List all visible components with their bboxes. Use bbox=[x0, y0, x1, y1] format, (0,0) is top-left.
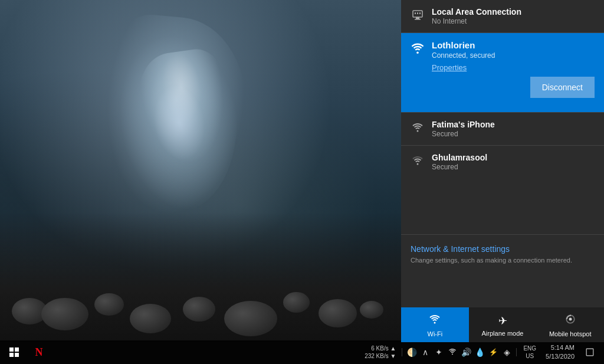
taskbar-right: 6 KB/s ▲ 232 KB/s ▼ 🌗 ∧ ✦ 🔊 bbox=[362, 340, 604, 364]
start-button[interactable] bbox=[2, 340, 26, 364]
wifi-quick-label: Wi-Fi bbox=[406, 330, 464, 337]
date-display: 5/13/2020 bbox=[546, 352, 575, 361]
connected-wifi-icon bbox=[411, 41, 425, 58]
fatima-info: Fatima's iPhone Secured bbox=[432, 120, 595, 138]
svg-point-8 bbox=[417, 163, 419, 165]
network-speed: 6 KB/s ▲ 232 KB/s ▼ bbox=[362, 345, 398, 360]
wifi-network-fatima[interactable]: Fatima's iPhone Secured bbox=[401, 113, 604, 145]
svg-point-15 bbox=[452, 353, 453, 355]
netflix-button[interactable]: N bbox=[27, 340, 51, 364]
language-area[interactable]: ENG US bbox=[520, 345, 540, 360]
volume-icon[interactable]: 🔊 bbox=[460, 347, 472, 357]
svg-rect-4 bbox=[417, 12, 418, 14]
svg-rect-13 bbox=[9, 353, 14, 357]
disconnect-row: Disconnect bbox=[411, 77, 595, 105]
svg-point-7 bbox=[417, 130, 419, 132]
svg-point-10 bbox=[569, 318, 572, 321]
wifi-quick-btn[interactable]: Wi-Fi bbox=[401, 307, 469, 342]
airplane-quick-icon: ✈ bbox=[474, 314, 532, 327]
ethernet-icon bbox=[411, 8, 425, 24]
svg-rect-2 bbox=[415, 19, 421, 20]
panel-spacer bbox=[401, 178, 604, 234]
desktop-wallpaper bbox=[0, 0, 401, 342]
ethernet-network-item[interactable]: Local Area Connection No Internet bbox=[401, 0, 604, 32]
svg-rect-11 bbox=[9, 347, 14, 352]
disconnect-button[interactable]: Disconnect bbox=[530, 77, 595, 98]
svg-rect-12 bbox=[15, 347, 19, 352]
airplane-quick-label: Airplane mode bbox=[474, 330, 532, 337]
svg-point-9 bbox=[434, 322, 436, 324]
network-settings-area: Network & Internet settings Change setti… bbox=[401, 235, 604, 307]
bluetooth-icon[interactable]: ⚡ bbox=[487, 348, 499, 356]
battery-icon[interactable]: 💧 bbox=[474, 347, 485, 357]
wifi-quick-icon bbox=[406, 313, 464, 328]
fatima-name: Fatima's iPhone bbox=[432, 120, 595, 129]
connected-wifi-info: Lothlorien Connected, secured bbox=[432, 40, 595, 60]
hotspot-quick-btn[interactable]: Mobile hotspot bbox=[536, 307, 604, 342]
wifi-icon-fatima bbox=[411, 122, 425, 136]
connected-wifi-section: Lothlorien Connected, secured Properties… bbox=[401, 33, 604, 112]
ethernet-status: No Internet bbox=[432, 17, 595, 25]
svg-rect-5 bbox=[419, 12, 421, 14]
system-tray: 6 KB/s ▲ 232 KB/s ▼ 🌗 ∧ ✦ 🔊 bbox=[362, 345, 518, 360]
taskbar: N 6 KB/s ▲ 232 KB/s ▼ 🌗 ∧ ✦ bbox=[0, 340, 604, 364]
svg-rect-14 bbox=[15, 353, 19, 357]
taskbar-left: N bbox=[0, 340, 51, 364]
network-panel: Local Area Connection No Internet Lothlo… bbox=[401, 0, 604, 342]
quick-actions-bar: Wi-Fi ✈ Airplane mode Mobile hotspot bbox=[401, 307, 604, 342]
ethernet-info: Local Area Connection No Internet bbox=[432, 7, 595, 25]
tray-separator-2 bbox=[516, 348, 517, 356]
network-tray-icon[interactable] bbox=[447, 347, 458, 358]
ghulamrasool-info: Ghulamrasool Secured bbox=[432, 153, 595, 171]
properties-link[interactable]: Properties bbox=[411, 60, 595, 77]
connected-header: Lothlorien Connected, secured bbox=[411, 40, 595, 60]
time-display: 5:14 AM bbox=[546, 343, 575, 352]
wifi-icon-ghulamrasool bbox=[411, 155, 425, 169]
connected-wifi-status: Connected, secured bbox=[432, 51, 595, 60]
connected-wifi-name: Lothlorien bbox=[432, 40, 595, 50]
svg-rect-1 bbox=[416, 17, 419, 19]
hotspot-quick-icon bbox=[541, 313, 599, 328]
ethernet-name: Local Area Connection bbox=[432, 7, 595, 17]
notification-button[interactable] bbox=[580, 340, 599, 364]
network-settings-link[interactable]: Network & Internet settings bbox=[411, 244, 595, 254]
hotspot-quick-label: Mobile hotspot bbox=[541, 330, 599, 337]
network-settings-desc: Change settings, such as making a connec… bbox=[411, 256, 595, 265]
display-icon[interactable]: 🌗 bbox=[406, 347, 418, 357]
tray-separator-1 bbox=[402, 348, 402, 356]
dropbox-icon[interactable]: ◈ bbox=[501, 347, 513, 357]
wifi-network-ghulamrasool[interactable]: Ghulamrasool Secured bbox=[401, 146, 604, 178]
svg-rect-3 bbox=[415, 12, 416, 14]
ghulamrasool-name: Ghulamrasool bbox=[432, 153, 595, 162]
clock-area[interactable]: 5:14 AM 5/13/2020 bbox=[541, 343, 579, 362]
show-hidden-icon[interactable]: ∧ bbox=[419, 347, 431, 357]
ghulamrasool-status: Secured bbox=[432, 163, 595, 171]
fatima-status: Secured bbox=[432, 130, 595, 138]
svg-rect-16 bbox=[586, 349, 593, 356]
location-icon[interactable]: ✦ bbox=[433, 347, 445, 357]
svg-point-6 bbox=[416, 51, 419, 54]
airplane-quick-btn[interactable]: ✈ Airplane mode bbox=[469, 307, 537, 342]
